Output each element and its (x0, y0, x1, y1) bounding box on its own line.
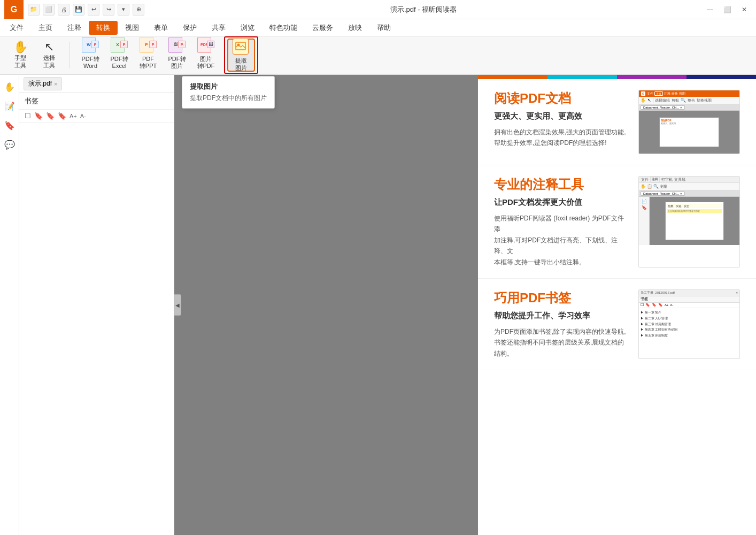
hand-tool-icon: ✋ (13, 41, 28, 53)
menu-bar: 文件 主页 注释 转换 视图 表单 保护 共享 浏览 特色功能 云服务 放映 帮… (0, 19, 756, 36)
toolbar-group-convert: W P PDF转Word X P PDF转Excel P P PDF转PPT (74, 37, 222, 73)
preview-subtitle-3: 帮助您提升工作、学习效率 (494, 311, 630, 321)
preview-subtitle-1: 更强大、更实用、更高效 (494, 111, 630, 121)
extract-img-label: 提取图片 (235, 57, 247, 71)
hand-tool-btn[interactable]: ✋ 手型工具 (6, 39, 34, 72)
preview-title-2: 专业的注释工具 (494, 176, 630, 193)
preview-section-2: 专业的注释工具 让PDF文档发挥更大价值 使用福昕PDF阅读器 (foxit r… (478, 165, 756, 279)
preview-title-1: 阅读PDF文档 (494, 90, 630, 107)
more-btn[interactable]: ▾ (118, 4, 129, 16)
top-color-bar (478, 75, 756, 79)
menu-home[interactable]: 主页 (31, 21, 60, 35)
pdf-to-word-label: PDF转Word (82, 56, 99, 70)
window-title: 演示.pdf - 福昕阅读器 (144, 5, 703, 14)
bookmark-icon-2[interactable]: 🔖 (34, 112, 43, 120)
tooltip-popup: 提取图片 提取PDF文档中的所有图片 (182, 76, 275, 109)
pdf-to-excel-icon: X P (111, 41, 128, 53)
sidebar-hand-icon[interactable]: ✋ (2, 79, 17, 94)
extract-img-icon (233, 39, 250, 55)
sidebar-bookmark-icon[interactable]: 🔖 (2, 118, 17, 133)
img-to-pdf-icon: PDF 🖼 (197, 41, 214, 53)
file-section-label: 书签 (25, 96, 38, 106)
menu-share[interactable]: 共享 (204, 21, 233, 35)
color-purple (617, 75, 686, 79)
color-darkblue (686, 75, 756, 79)
content-area: ◀ 阅读PDF文档 更强大、更实用、更高效 拥有出色的文档渲染效果,强大的页面管… (174, 75, 756, 535)
toolbar: ✋ 手型工具 ↖ 选择工具 W P PDF转Word X P (0, 36, 756, 75)
menu-protect[interactable]: 保护 (175, 21, 204, 35)
preview-section-3: 巧用PDF书签 帮助您提升工作、学习效率 为PDF页面添加书签,除了实现内容的快… (478, 279, 756, 370)
pdf-to-ppt-btn[interactable]: P P PDF转PPT (134, 39, 162, 72)
file-section-header: 书签 (19, 93, 174, 110)
left-sidebar: ✋ 📝 🔖 💬 (0, 75, 19, 535)
extract-img-btn[interactable]: 提取图片 (227, 39, 255, 72)
color-cyan (547, 75, 617, 79)
mini-screenshot-1: G 文件 主页 注释 转换 视图 ✋ ↖ (638, 90, 740, 154)
preview-text-3: 为PDF页面添加书签,除了实现内容的快速导航,书签还能指明不同书签的层级关系,展… (494, 326, 630, 359)
bookmark-icon-1[interactable]: ☐ (25, 112, 31, 120)
menu-file[interactable]: 文件 (2, 21, 31, 35)
menu-view[interactable]: 视图 (118, 21, 146, 35)
img-to-pdf-btn[interactable]: PDF 🖼 图片转PDF (192, 39, 220, 72)
pdf-to-excel-btn[interactable]: X P PDF转Excel (105, 39, 133, 72)
preview-title-3: 巧用PDF书签 (494, 289, 630, 307)
print-btn[interactable]: 🖨 (58, 4, 70, 16)
bookmark-icon-4[interactable]: 🔖 (58, 112, 66, 120)
file-tab-close-btn[interactable]: × (54, 81, 57, 87)
preview-subtitle-2: 让PDF文档发挥更大价值 (494, 197, 630, 208)
pdf-to-ppt-label: PDF转PPT (140, 56, 157, 70)
save-btn[interactable]: 💾 (73, 4, 84, 16)
menu-browse[interactable]: 浏览 (233, 21, 262, 35)
hand-tool-label: 手型工具 (14, 55, 26, 68)
file-tab-bar: 演示.pdf × (19, 75, 174, 93)
menu-special[interactable]: 特色功能 (262, 21, 305, 35)
pdf-to-img-label: PDF转图片 (168, 56, 186, 70)
open-btn[interactable]: 📁 (28, 4, 40, 16)
menu-annotation[interactable]: 注释 (60, 21, 89, 35)
preview-section-1: 阅读PDF文档 更强大、更实用、更高效 拥有出色的文档渲染效果,强大的页面管理功… (478, 79, 756, 165)
toolbar-sep-1 (70, 42, 70, 68)
menu-cloud[interactable]: 云服务 (305, 21, 341, 35)
bookmark-toolbar: ☐ 🔖 🔖 🔖 A+ A- (19, 110, 174, 123)
new-btn[interactable]: ⬜ (43, 4, 55, 16)
menu-help[interactable]: 帮助 (369, 21, 398, 35)
mini-screenshot-3: 员工手册_20120917.pdf × 书签 ☐ 🔖 🔖 🔖 A+ (638, 289, 740, 359)
select-tool-label: 选择工具 (43, 55, 55, 68)
extract-svg-icon (235, 42, 246, 51)
color-orange (478, 75, 547, 79)
pdf-to-word-btn[interactable]: W P PDF转Word (76, 39, 104, 72)
pdf-to-img-btn[interactable]: 🖼 P PDF转图片 (163, 39, 191, 72)
pdf-to-excel-label: PDF转Excel (111, 56, 128, 70)
app-logo: G (4, 0, 24, 19)
collapse-btn[interactable]: ◀ (174, 294, 181, 316)
select-tool-icon: ↖ (44, 41, 54, 53)
title-bar-controls: 📁 ⬜ 🖨 💾 ↩ ↪ ▾ ⊕ (28, 4, 144, 16)
toolbar-extract-section: 提取图片 (224, 36, 258, 74)
mini-screenshot-2: 文件 注释 打字机 文具线 ✋ 📋 🔍 测量 Datasheet_R (638, 176, 740, 268)
menu-form[interactable]: 表单 (146, 21, 175, 35)
pdf-to-word-icon: W P (82, 41, 99, 53)
bookmark-icon-5[interactable]: A+ (70, 113, 77, 119)
file-tab[interactable]: 演示.pdf × (24, 77, 62, 90)
select-tool-btn[interactable]: ↖ 选择工具 (35, 39, 63, 72)
sidebar-comment-icon[interactable]: 💬 (2, 137, 17, 152)
redo-btn[interactable]: ↪ (103, 4, 114, 16)
pdf-to-ppt-icon: P P (140, 41, 157, 53)
file-tab-name: 演示.pdf (28, 79, 52, 88)
tooltip-title: 提取图片 (190, 82, 267, 91)
menu-present[interactable]: 放映 (341, 21, 369, 35)
maximize-btn[interactable]: ⬜ (720, 2, 735, 17)
title-bar: G 📁 ⬜ 🖨 💾 ↩ ↪ ▾ ⊕ 演示.pdf - 福昕阅读器 — ⬜ ✕ (0, 0, 756, 19)
file-panel: 演示.pdf × 书签 ☐ 🔖 🔖 🔖 A+ A- (19, 75, 174, 535)
close-btn[interactable]: ✕ (737, 2, 752, 17)
window-controls: — ⬜ ✕ (703, 2, 752, 17)
bookmark-icon-3[interactable]: 🔖 (46, 112, 55, 120)
sidebar-edit-icon[interactable]: 📝 (2, 98, 17, 113)
extra-btn[interactable]: ⊕ (133, 4, 144, 16)
bookmark-icon-6[interactable]: A- (80, 113, 86, 119)
tooltip-desc: 提取PDF文档中的所有图片 (190, 94, 267, 103)
undo-btn[interactable]: ↩ (88, 4, 99, 16)
minimize-btn[interactable]: — (703, 2, 718, 17)
preview-text-2: 使用福昕PDF阅读器 (foxit reader) 为PDF文件添加注释,可对P… (494, 213, 630, 268)
menu-convert[interactable]: 转换 (89, 21, 118, 35)
